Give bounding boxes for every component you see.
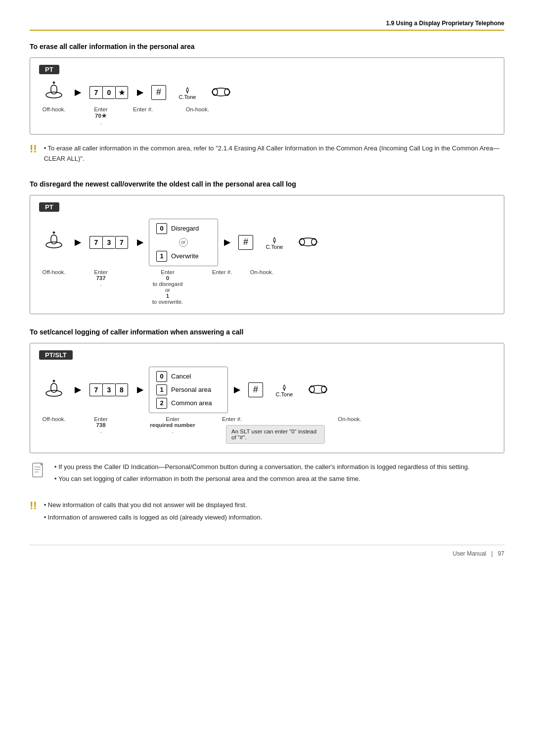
svg-point-14 [300, 238, 305, 245]
page-number: 97 [498, 550, 504, 557]
svg-point-5 [212, 88, 230, 96]
section3-notes: • If you press the Caller ID Indication—… [30, 462, 504, 487]
arrow2-1: ▶ [135, 88, 145, 97]
section4-notes: !! • New information of calls that you d… [30, 500, 504, 525]
ctone-3: C.Tone [269, 382, 299, 397]
ctone-label-3: C.Tone [276, 391, 293, 397]
options-2: 0 Disregard or 1 Overwrite [149, 219, 218, 266]
keys-738: 7 3 8 [87, 383, 131, 396]
offhook-icon-2 [39, 231, 69, 253]
key-3-2: 3 [102, 236, 115, 249]
section4: !! • New information of calls that you d… [30, 500, 504, 525]
section3-labels: Off-hook. Enter 738. Enter required numb… [39, 416, 495, 444]
onhook-lbl-1: On-hook. [182, 106, 212, 112]
section1-pt-label: PT [39, 65, 59, 74]
section1-note-text: • To erase all caller information in the… [44, 143, 504, 166]
hash-and-slt: Enter #. An SLT user can enter "0" inste… [222, 416, 325, 444]
arrow2-2: ▶ [135, 237, 145, 247]
enter3-lbl: Enter 738. [79, 416, 123, 434]
hash-1: # [149, 85, 169, 100]
hash-3: # [246, 382, 266, 397]
section2-pt-label: PT [39, 202, 59, 212]
svg-point-21 [309, 385, 327, 393]
svg-marker-3 [52, 81, 55, 83]
arrow3-2: ▶ [222, 237, 232, 247]
section1-diagram-main: ▶ 7 0 ★ ▶ # C.Tone [39, 81, 495, 103]
option0-key-3: 0 [156, 371, 167, 382]
svg-marker-19 [52, 379, 55, 381]
section4-note1: • New information of calls that you did … [44, 500, 263, 511]
svg-point-15 [312, 238, 316, 245]
option1-key-3: 1 [156, 384, 167, 395]
arrow1-3: ▶ [73, 385, 83, 394]
option1-label-3: Personal area [171, 386, 211, 393]
ctone-label-2: C.Tone [266, 244, 283, 250]
section1-labels: Off-hook. Enter 70★. Enter #. On-hook. [39, 106, 495, 125]
option1-label-2: Overwrite [171, 252, 199, 260]
svg-rect-17 [51, 383, 57, 392]
option2-key-3: 2 [156, 398, 167, 409]
key-7-1: 7 [89, 86, 102, 99]
ctone-2: C.Tone [260, 235, 289, 250]
key-7-3: 7 [89, 383, 102, 396]
doc-icon-3 [30, 462, 47, 480]
exclaim-icon-4: !! [30, 500, 37, 511]
section2-diagram-main: ▶ 7 3 7 ▶ 0 Disregard [39, 219, 495, 266]
slt-note-box: An SLT user can enter "0" instead of "#"… [226, 425, 325, 444]
onhook-lbl-3: On-hook. [335, 416, 364, 422]
exclaim-icon-1: !! [30, 143, 37, 154]
arrow1-2: ▶ [73, 237, 83, 247]
option2-label-3: Common area [171, 399, 212, 407]
key-7a-2: 7 [89, 236, 102, 249]
key-3-3: 3 [102, 383, 115, 396]
section-title-header: 1.9 Using a Display Proprietary Telephon… [386, 20, 504, 27]
hash-lbl-1: Enter #. [133, 106, 153, 112]
ctone-label-1: C.Tone [179, 94, 196, 100]
key-star-1: ★ [115, 86, 128, 99]
key-8-3: 8 [115, 383, 128, 396]
enter2-lbl: Enter 737. [79, 269, 123, 287]
hash-2: # [236, 235, 256, 250]
keys-737: 7 3 7 [87, 236, 131, 249]
offhook-lbl-3: Off-hook. [39, 416, 69, 422]
option0-label-2: Disregard [171, 225, 199, 232]
onhook-icon-1 [206, 82, 236, 102]
section4-note2: • Information of answered calls is logge… [44, 513, 263, 523]
or-divider-2: or [179, 238, 188, 247]
onhook-icon-3 [303, 379, 333, 400]
svg-rect-1 [51, 85, 57, 94]
offhook-icon-3 [39, 379, 69, 400]
hash-lbl-2: Enter #. [212, 269, 232, 275]
svg-point-22 [310, 386, 314, 393]
arrow3-3: ▶ [232, 385, 242, 394]
section1-title: To erase all caller information in the p… [30, 43, 504, 50]
arrow2-3: ▶ [135, 385, 145, 394]
option1-row-3: 1 Personal area [156, 384, 221, 395]
section2-title: To disregard the newest call/overwrite t… [30, 180, 504, 188]
section3-title: To set/cancel logging of caller informat… [30, 328, 504, 336]
enter-option-lbl-3: Enter required number. [133, 416, 212, 434]
section2: To disregard the newest call/overwrite t… [30, 180, 504, 314]
option0-row-2: 0 Disregard [156, 223, 211, 234]
section3-pt-label: PT/SLT [39, 350, 73, 360]
section3-diagram-main: ▶ 7 3 8 ▶ 0 Cancel [39, 367, 495, 413]
ctone-1: C.Tone [173, 85, 202, 100]
key-0-1: 0 [102, 86, 115, 99]
section3: To set/cancel logging of caller informat… [30, 328, 504, 487]
svg-point-0 [46, 92, 62, 98]
key-7b-2: 7 [115, 236, 128, 249]
footer-label: User Manual [452, 550, 486, 557]
option1-row-2: 1 Overwrite [156, 251, 211, 262]
section4-note-text: • New information of calls that you did … [44, 500, 263, 525]
option0-label-3: Cancel [171, 373, 191, 380]
option0-key-2: 0 [156, 223, 167, 234]
option1-key-2: 1 [156, 251, 167, 262]
option0-row-3: 0 Cancel [156, 371, 221, 382]
section3-note-text: • If you press the Caller ID Indication—… [54, 462, 469, 487]
hash-lbl-3: Enter #. [222, 416, 242, 422]
option2-row-3: 2 Common area [156, 398, 221, 409]
keys-701: 7 0 ★ [87, 86, 131, 99]
arrow1-1: ▶ [73, 88, 83, 97]
onhook-icon-2 [293, 232, 323, 252]
section3-note1: • If you press the Caller ID Indication—… [54, 462, 469, 472]
